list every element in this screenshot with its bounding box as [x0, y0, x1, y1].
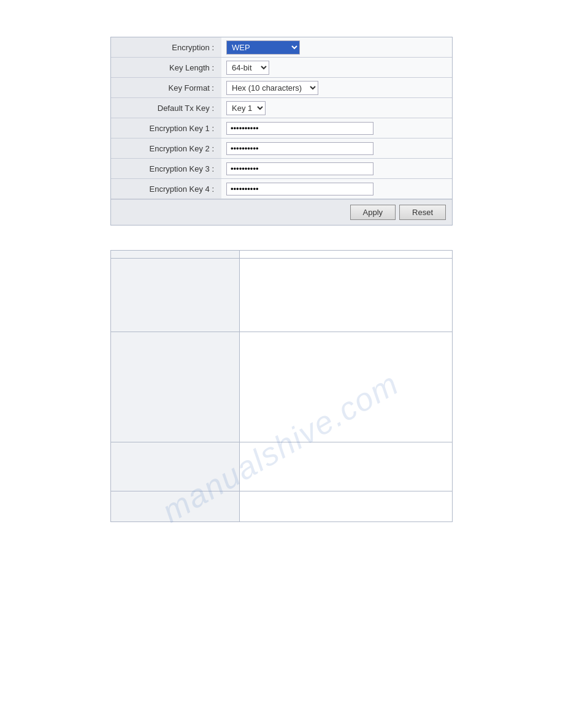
enc-key-1-input[interactable] — [226, 122, 373, 135]
encryption-row: Encryption : WEP WPA WPA2 None — [111, 37, 452, 58]
key-length-label: Key Length : — [111, 58, 221, 77]
enc-key-3-label: Encryption Key 3 : — [111, 159, 221, 178]
table-header-left — [111, 251, 240, 259]
table-row — [111, 332, 453, 442]
table-header-right — [240, 251, 453, 259]
key-format-label: Key Format : — [111, 78, 221, 97]
enc-key-2-row: Encryption Key 2 : — [111, 138, 452, 159]
enc-key-4-input[interactable] — [226, 183, 373, 195]
default-tx-key-label: Default Tx Key : — [111, 98, 221, 118]
enc-key-2-label: Encryption Key 2 : — [111, 138, 221, 158]
table-cell-left-4 — [111, 491, 240, 522]
key-format-row: Key Format : Hex (10 characters) ASCII (… — [111, 78, 452, 98]
key-format-value: Hex (10 characters) ASCII (5 characters) — [221, 78, 452, 97]
table-row — [111, 491, 453, 522]
table-cell-right-1 — [240, 259, 453, 332]
table-cell-left-1 — [111, 259, 240, 332]
enc-key-4-row: Encryption Key 4 : — [111, 179, 452, 199]
enc-key-4-label: Encryption Key 4 : — [111, 179, 221, 199]
reset-button[interactable]: Reset — [399, 205, 446, 220]
table-cell-right-2 — [240, 332, 453, 442]
form-buttons: Apply Reset — [111, 199, 452, 225]
table-cell-left-2 — [111, 332, 240, 442]
default-tx-key-row: Default Tx Key : Key 1 Key 2 Key 3 Key 4 — [111, 98, 452, 118]
enc-key-3-row: Encryption Key 3 : — [111, 159, 452, 179]
table-cell-right-4 — [240, 491, 453, 522]
default-tx-key-select[interactable]: Key 1 Key 2 Key 3 Key 4 — [226, 101, 266, 115]
enc-key-3-input[interactable] — [226, 162, 373, 175]
encryption-select[interactable]: WEP WPA WPA2 None — [226, 40, 300, 55]
key-length-row: Key Length : 64-bit 128-bit — [111, 58, 452, 78]
encryption-value: WEP WPA WPA2 None — [221, 37, 452, 57]
table-cell-right-3 — [240, 442, 453, 491]
enc-key-4-value — [221, 179, 452, 199]
apply-button[interactable]: Apply — [350, 205, 396, 220]
enc-key-2-value — [221, 138, 452, 158]
encryption-label: Encryption : — [111, 37, 221, 57]
key-length-value: 64-bit 128-bit — [221, 58, 452, 77]
table-cell-left-3 — [111, 442, 240, 491]
default-tx-key-value: Key 1 Key 2 Key 3 Key 4 — [221, 98, 452, 118]
table-row — [111, 442, 453, 491]
key-format-select[interactable]: Hex (10 characters) ASCII (5 characters) — [226, 81, 318, 95]
key-length-select[interactable]: 64-bit 128-bit — [226, 61, 269, 75]
enc-key-1-row: Encryption Key 1 : — [111, 118, 452, 138]
encryption-form: Encryption : WEP WPA WPA2 None Key Lengt… — [110, 37, 453, 226]
table-row — [111, 259, 453, 332]
enc-key-1-label: Encryption Key 1 : — [111, 118, 221, 138]
enc-key-2-input[interactable] — [226, 142, 373, 155]
enc-key-3-value — [221, 159, 452, 178]
info-table — [110, 250, 453, 522]
enc-key-1-value — [221, 118, 452, 138]
